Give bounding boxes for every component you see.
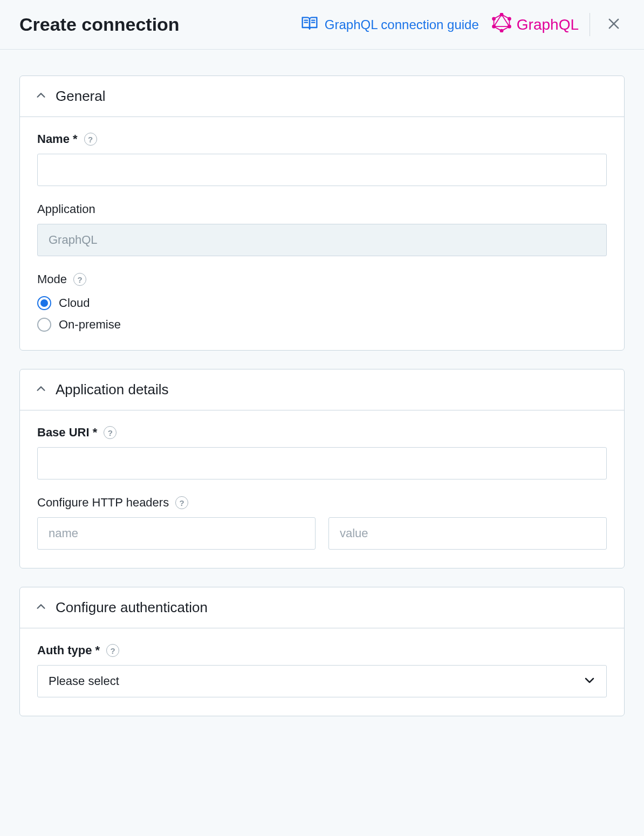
header-name-input[interactable] [37,517,316,550]
field-name: Name * ? [37,132,607,186]
application-input [37,224,607,256]
field-authtype: Auth type * ? Please select [37,643,607,697]
radio-onpremise[interactable]: On-premise [37,318,607,332]
field-label-mode: Mode ? [37,272,607,286]
svg-point-11 [492,17,495,20]
help-icon[interactable]: ? [73,273,86,286]
field-label-baseuri: Base URI * ? [37,426,607,440]
help-icon[interactable]: ? [104,426,117,439]
page-body: General Name * ? Application Mode ? [0,50,644,748]
chevron-up-icon [35,601,47,615]
authtype-select-value: Please select [49,674,119,688]
brand-logo: GraphQL [492,13,590,36]
brand-label: GraphQL [517,16,579,33]
panel-appdetails: Application details Base URI * ? Configu… [19,369,625,568]
field-http-headers: Configure HTTP headers ? [37,496,607,550]
radio-label: On-premise [59,318,121,332]
svg-point-7 [508,17,511,20]
close-button[interactable] [603,13,625,36]
header-value-input[interactable] [328,517,607,550]
panel-title: Configure authentication [56,599,208,616]
panel-title: General [56,88,106,105]
authtype-select[interactable]: Please select [37,665,607,697]
svg-point-8 [508,25,511,28]
baseuri-input[interactable] [37,447,607,479]
guide-link[interactable]: GraphQL connection guide [301,15,479,35]
graphql-icon [492,13,511,36]
field-label-http-headers: Configure HTTP headers ? [37,496,607,510]
panel-body-appdetails: Base URI * ? Configure HTTP headers ? [20,410,624,568]
chevron-up-icon [35,90,47,104]
page-title: Create connection [19,14,180,35]
field-label-name: Name * ? [37,132,607,146]
panel-header-appdetails[interactable]: Application details [20,369,624,410]
svg-point-6 [500,13,503,16]
name-input[interactable] [37,154,607,186]
close-icon [606,16,621,33]
svg-point-9 [500,30,503,32]
help-icon[interactable]: ? [175,496,188,509]
authtype-select-wrap: Please select [37,665,607,697]
field-application: Application [37,202,607,256]
book-icon [301,15,318,35]
guide-link-label: GraphQL connection guide [325,17,479,32]
radio-indicator [37,296,51,310]
field-label-authtype: Auth type * ? [37,643,607,657]
field-mode: Mode ? Cloud On-premise [37,272,607,332]
help-icon[interactable]: ? [84,133,97,146]
page-header: Create connection GraphQL connection gui… [0,0,644,50]
panel-header-general[interactable]: General [20,76,624,117]
headers-row [37,517,607,550]
chevron-up-icon [35,383,47,397]
field-baseuri: Base URI * ? [37,426,607,479]
panel-title: Application details [56,381,169,398]
mode-radio-group: Cloud On-premise [37,294,607,332]
svg-point-10 [492,25,495,28]
radio-cloud[interactable]: Cloud [37,296,607,310]
help-icon[interactable]: ? [106,644,119,657]
panel-auth: Configure authentication Auth type * ? P… [19,587,625,716]
panel-body-auth: Auth type * ? Please select [20,628,624,716]
field-label-application: Application [37,202,607,216]
panel-body-general: Name * ? Application Mode ? Cloud [20,117,624,350]
radio-label: Cloud [59,296,90,310]
panel-header-auth[interactable]: Configure authentication [20,587,624,628]
panel-general: General Name * ? Application Mode ? [19,76,625,351]
radio-indicator [37,318,51,332]
